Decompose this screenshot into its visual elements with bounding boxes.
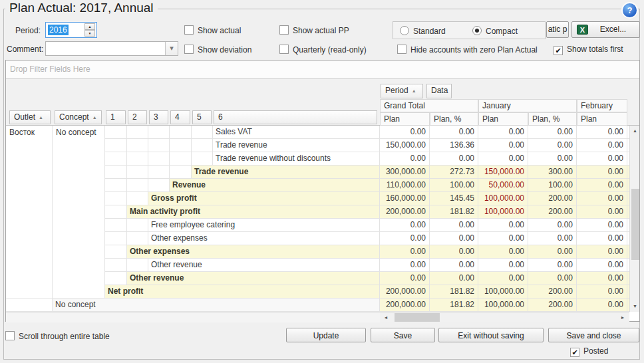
value-cell[interactable]: 0.00: [528, 139, 577, 152]
comment-combobox[interactable]: ▾: [45, 41, 178, 56]
show-totals-first-checkbox[interactable]: ✔Show totals first: [554, 45, 623, 54]
clipped-partial-button[interactable]: atic p: [546, 21, 569, 38]
column-header[interactable]: Plan: [478, 112, 528, 126]
outlet-field-button[interactable]: Outlet▲: [9, 110, 51, 124]
value-cell[interactable]: 181.82: [430, 299, 478, 312]
value-cell[interactable]: 0.00: [380, 152, 430, 166]
column-header[interactable]: Plan: [577, 112, 627, 126]
value-cell[interactable]: 200.00: [528, 285, 577, 299]
account-row-label[interactable]: Trade revenue: [192, 166, 380, 179]
radio-compact[interactable]: Compact: [472, 26, 518, 35]
radio-standard[interactable]: Standard: [400, 26, 446, 35]
value-cell[interactable]: 300.00: [528, 166, 577, 179]
save-button[interactable]: Save: [371, 328, 435, 342]
update-button[interactable]: Update: [286, 328, 366, 342]
scroll-entire-table-checkbox[interactable]: Scroll through entire table: [5, 331, 110, 340]
value-cell[interactable]: 136.36: [430, 139, 478, 152]
value-cell[interactable]: 100.00: [528, 179, 577, 192]
tree-level-header[interactable]: 5: [192, 110, 212, 124]
scroll-down-icon[interactable]: ▼: [630, 301, 640, 312]
column-header[interactable]: Plan, %: [528, 112, 577, 126]
tree-level-header[interactable]: 2: [128, 110, 147, 124]
value-cell[interactable]: 181.82: [430, 285, 478, 299]
value-cell[interactable]: 0.00: [380, 272, 430, 285]
value-cell[interactable]: 0.00: [478, 232, 528, 245]
quarterly-readonly-checkbox[interactable]: Quarterly (read-only): [279, 45, 367, 54]
value-cell[interactable]: 0.00: [478, 152, 528, 166]
data-field-button[interactable]: Data: [426, 84, 452, 98]
scroll-up-icon[interactable]: ▲: [630, 126, 640, 136]
value-cell[interactable]: 0.00: [577, 179, 627, 192]
tree-level-header[interactable]: 4: [170, 110, 190, 124]
value-cell[interactable]: 272.73: [430, 166, 478, 179]
value-cell[interactable]: 150,000.00: [478, 166, 528, 179]
value-cell[interactable]: 150,000.00: [380, 139, 430, 152]
value-cell[interactable]: 0.00: [380, 219, 430, 232]
vertical-scrollbar[interactable]: ▲ ▼: [629, 126, 639, 312]
value-cell[interactable]: 200,000.00: [380, 285, 430, 299]
value-cell[interactable]: 0.00: [430, 152, 478, 166]
value-cell[interactable]: 0.00: [430, 232, 478, 245]
value-cell[interactable]: 0.00: [577, 299, 627, 312]
exit-without-saving-button[interactable]: Exit without saving: [438, 328, 544, 342]
horizontal-scrollbar[interactable]: ◄ ►: [380, 312, 629, 322]
account-row-label[interactable]: Other revenue: [127, 272, 380, 285]
column-header[interactable]: Plan, %: [430, 112, 478, 126]
value-cell[interactable]: 0.00: [528, 245, 577, 259]
value-cell[interactable]: 100,000.00: [478, 205, 528, 219]
column-header[interactable]: Plan: [380, 112, 430, 126]
value-cell[interactable]: 181.82: [430, 205, 478, 219]
value-cell[interactable]: 0.00: [380, 259, 430, 272]
account-row-label[interactable]: Revenue: [170, 179, 380, 192]
combo-dropdown-button[interactable]: ▾: [165, 42, 178, 55]
column-group-header[interactable]: January: [478, 99, 577, 112]
account-row-label[interactable]: Other expenses: [127, 245, 380, 259]
value-cell[interactable]: 0.00: [380, 126, 430, 139]
hide-zero-checkbox[interactable]: Hide accounts with zero Plan Actual: [397, 45, 538, 54]
value-cell[interactable]: 110,000.00: [380, 179, 430, 192]
value-cell[interactable]: 0.00: [528, 259, 577, 272]
value-cell[interactable]: 0.00: [478, 245, 528, 259]
account-row-label[interactable]: Trade revenue: [213, 139, 380, 152]
value-cell[interactable]: 0.00: [528, 219, 577, 232]
value-cell[interactable]: 200,000.00: [380, 299, 430, 312]
value-cell[interactable]: 0.00: [478, 272, 528, 285]
concept-field-button[interactable]: Concept▲: [55, 110, 102, 124]
show-actual-checkbox[interactable]: Show actual: [184, 25, 241, 35]
value-cell[interactable]: 0.00: [577, 259, 627, 272]
account-row-label[interactable]: Sales VAT: [213, 126, 380, 139]
tree-level-header[interactable]: 3: [149, 110, 168, 124]
help-icon[interactable]: ?: [623, 3, 637, 17]
spin-down-icon[interactable]: ▼: [84, 30, 95, 37]
value-cell[interactable]: 200.00: [528, 192, 577, 205]
column-group-header[interactable]: February: [577, 99, 627, 112]
value-cell[interactable]: 100.00: [430, 179, 478, 192]
value-cell[interactable]: 50,000.00: [478, 179, 528, 192]
spin-up-icon[interactable]: ▲: [84, 23, 95, 30]
value-cell[interactable]: 0.00: [577, 272, 627, 285]
tree-level-header[interactable]: 1: [106, 110, 126, 124]
value-cell[interactable]: 0.00: [430, 126, 478, 139]
account-row-label[interactable]: Other revenue: [148, 259, 380, 272]
excel-button[interactable]: X Excel...: [571, 21, 640, 38]
account-row-label[interactable]: Other expenses: [148, 232, 380, 245]
value-cell[interactable]: 0.00: [577, 245, 627, 259]
value-cell[interactable]: 0.00: [577, 205, 627, 219]
value-cell[interactable]: 0.00: [478, 259, 528, 272]
value-cell[interactable]: 0.00: [577, 192, 627, 205]
value-cell[interactable]: 0.00: [380, 232, 430, 245]
value-cell[interactable]: 100,000.00: [478, 285, 528, 299]
account-row-label[interactable]: Gross profit: [148, 192, 380, 205]
value-cell[interactable]: 0.00: [577, 139, 627, 152]
account-row-label[interactable]: Main activity profit: [127, 205, 380, 219]
value-cell[interactable]: 0.00: [528, 152, 577, 166]
value-cell[interactable]: 0.00: [577, 285, 627, 299]
value-cell[interactable]: 0.00: [577, 166, 627, 179]
show-deviation-checkbox[interactable]: Show deviation: [184, 45, 251, 54]
value-cell[interactable]: 160,000.00: [380, 192, 430, 205]
value-cell[interactable]: 0.00: [528, 232, 577, 245]
value-cell[interactable]: 0.00: [577, 126, 627, 139]
value-cell[interactable]: 200.00: [528, 205, 577, 219]
scroll-right-icon[interactable]: ►: [618, 312, 627, 322]
period-input[interactable]: 2016 ▲ ▼: [45, 22, 97, 38]
